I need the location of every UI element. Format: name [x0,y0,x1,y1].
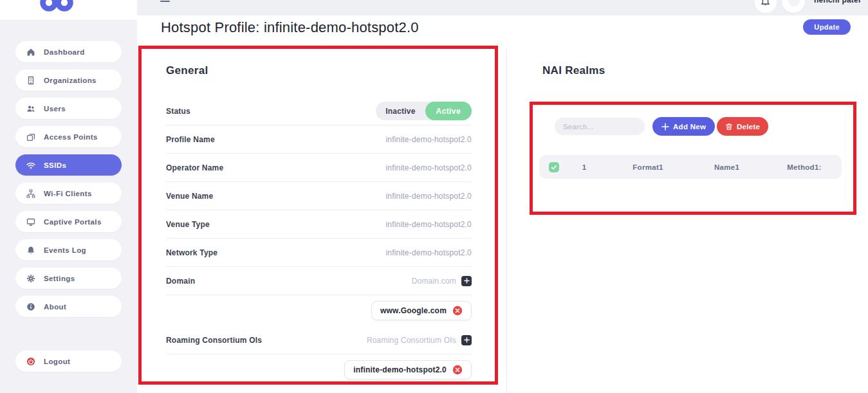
row-checkbox-checked[interactable] [549,162,559,172]
field-row-roaming: Roaming Consortium OIs Roaming Consortiu… [166,326,472,354]
page-title: Hotspot Profile: infinite-demo-hotspot2.… [161,19,419,36]
sidebar-item-users[interactable]: Users [15,98,122,119]
status-row: Status Inactive Active [166,97,472,125]
table-row[interactable]: 1 Format1 Name1 Method1: [539,155,842,179]
app-window: Dashboard Organizations Users Access Poi… [0,0,868,393]
roaming-chip-label: infinite-demo-hotspot2.0 [353,365,447,374]
plus-icon [661,123,669,131]
bell-icon [761,0,771,7]
username: nehchi patel [814,0,860,5]
hamburger-menu-icon[interactable] [160,0,170,4]
general-fields: Status Inactive Active Profile Name infi… [166,97,472,385]
building-icon [26,76,35,85]
sidebar-item-label: Organizations [44,77,97,84]
sidebar-item-about[interactable]: About [15,296,122,317]
field-label: Network Type [166,248,217,257]
clients-sitemap-icon [26,189,35,198]
sidebar: Dashboard Organizations Users Access Poi… [0,0,137,393]
sidebar-item-label: SSIDs [44,161,66,169]
status-toggle: Inactive Active [376,102,472,120]
monitor-icon [26,217,35,226]
gear-icon [26,274,35,283]
page-header: Hotspot Profile: infinite-demo-hotspot2.… [137,15,868,48]
sidebar-item-label: Events Log [44,246,86,254]
notifications-button[interactable] [755,0,777,13]
sidebar-item-logout[interactable]: Logout [15,351,122,372]
general-section-title: General [166,64,208,77]
sidebar-item-wifi-clients[interactable]: Wi-Fi Clients [15,183,122,204]
field-value: infinite-demo-hotspot2.0 [385,192,472,201]
power-icon [26,357,35,366]
bell-icon [26,246,35,255]
domain-chip-row: www.Google.com [166,295,472,326]
field-value: infinite-demo-hotspot2.0 [385,163,472,172]
add-new-label: Add New [673,123,706,131]
sidebar-item-label: Settings [44,275,75,282]
field-row-profile-name: Profile Name infinite-demo-hotspot2.0 [166,125,472,154]
roaming-chip: infinite-demo-hotspot2.0 [344,360,472,379]
infinity-logo-icon[interactable] [39,0,75,17]
field-label: Venue Name [166,192,213,201]
field-value: infinite-demo-hotspot2.0 [385,135,472,144]
remove-domain-icon[interactable] [452,306,463,316]
field-row-venue-name: Venue Name infinite-demo-hotspot2.0 [166,182,472,210]
update-button[interactable]: Update [803,19,851,35]
nai-realms-title: NAI Realms [542,64,605,77]
roaming-label: Roaming Consortium OIs [166,336,262,345]
topbar: nehchi patel [137,0,868,15]
field-label: Profile Name [166,135,215,144]
general-section: General Status Inactive Active Profile N… [137,48,506,393]
row-method: Method1: [767,163,842,171]
roaming-add-button[interactable] [461,335,472,345]
roaming-chip-row: infinite-demo-hotspot2.0 [166,354,472,385]
remove-roaming-icon[interactable] [452,365,463,375]
row-index: 1 [559,163,609,171]
field-row-network-type: Network Type infinite-demo-hotspot2.0 [166,239,472,267]
sidebar-item-access-points[interactable]: Access Points [15,126,122,147]
domain-placeholder[interactable]: Domain.com [412,277,456,286]
sidebar-item-label: Users [44,105,66,113]
sidebar-nav: Dashboard Organizations Users Access Poi… [15,41,122,324]
search-input[interactable] [555,118,645,135]
sidebar-item-label: Logout [44,358,70,365]
sidebar-item-settings[interactable]: Settings [15,268,122,289]
trash-icon [725,123,733,131]
avatar[interactable] [781,0,806,14]
add-new-button[interactable]: Add New [652,117,715,136]
sidebar-item-label: Dashboard [44,48,85,56]
sidebar-item-label: Captive Portals [44,218,102,226]
home-icon [26,48,35,57]
field-value: infinite-demo-hotspot2.0 [385,248,472,257]
field-value: infinite-demo-hotspot2.0 [385,220,472,229]
domain-chip-label: www.Google.com [380,306,447,315]
domain-add-button[interactable] [461,276,472,286]
info-icon [26,302,35,311]
delete-button[interactable]: Delete [717,117,768,136]
roaming-placeholder[interactable]: Roaming Consortium OIs [367,336,456,345]
wifi-icon [26,161,35,170]
sidebar-item-dashboard[interactable]: Dashboard [15,41,122,62]
field-row-venue-type: Venue Type infinite-demo-hotspot2.0 [166,210,472,239]
sidebar-item-label: Wi-Fi Clients [44,190,92,197]
sidebar-header [0,0,137,21]
nai-realms-section: NAI Realms Add New Delete 1 Format1 Name… [507,48,868,393]
users-icon [26,104,35,113]
delete-label: Delete [737,123,760,131]
row-format: Format1 [609,163,687,171]
access-points-icon [26,133,35,142]
field-row-domain: Domain Domain.com [166,267,472,295]
status-label: Status [166,107,190,116]
row-name: Name1 [687,163,767,171]
sidebar-item-ssids[interactable]: SSIDs [15,154,122,176]
sidebar-item-events-log[interactable]: Events Log [15,239,122,260]
domain-chip: www.Google.com [371,301,472,320]
field-row-operator-name: Operator Name infinite-demo-hotspot2.0 [166,154,472,182]
domain-label: Domain [166,277,195,286]
sidebar-item-organizations[interactable]: Organizations [15,69,122,91]
status-active-option[interactable]: Active [425,102,472,120]
sidebar-item-captive-portals[interactable]: Captive Portals [15,211,122,232]
field-label: Operator Name [166,163,223,172]
sidebar-item-label: Access Points [44,133,98,141]
field-label: Venue Type [166,220,210,229]
status-inactive-option[interactable]: Inactive [376,107,425,116]
